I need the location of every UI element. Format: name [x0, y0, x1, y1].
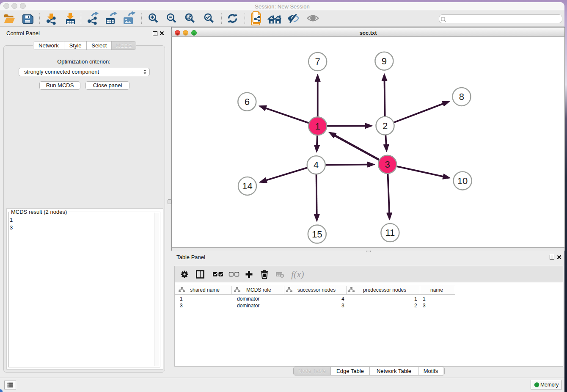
svg-text:6: 6 [245, 97, 250, 107]
svg-text:3: 3 [385, 159, 390, 170]
svg-text:Memory: Memory [540, 382, 559, 388]
svg-text:2: 2 [383, 121, 388, 131]
svg-text:4: 4 [314, 160, 319, 170]
svg-text:f(x): f(x) [291, 269, 304, 279]
svg-text:10: 10 [457, 176, 468, 186]
svg-text:7: 7 [315, 56, 320, 67]
svg-text:11: 11 [385, 227, 395, 238]
svg-text:15: 15 [312, 229, 322, 240]
svg-text:8: 8 [459, 91, 464, 102]
svg-text:14: 14 [242, 181, 252, 191]
svg-text:9: 9 [382, 56, 387, 66]
svg-text:1: 1 [315, 121, 320, 132]
